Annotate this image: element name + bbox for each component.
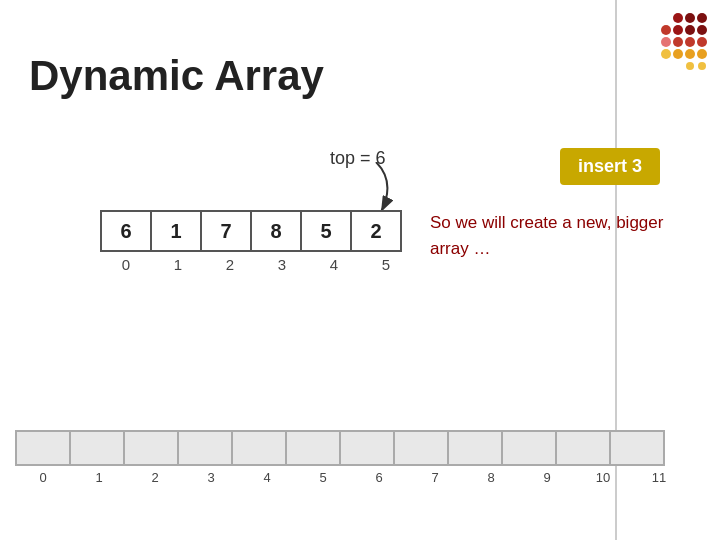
array-row: 617852	[100, 210, 400, 252]
bottom-array-index-label: 10	[575, 470, 631, 485]
svg-point-0	[685, 13, 695, 23]
bottom-array-cell	[231, 430, 287, 466]
bottom-array-index-label: 8	[463, 470, 519, 485]
svg-point-3	[697, 25, 707, 35]
array-index-label: 4	[308, 256, 360, 273]
bottom-array-cell	[123, 430, 179, 466]
dot-grid-decoration	[630, 10, 710, 90]
svg-point-15	[686, 62, 694, 70]
bottom-array-index-label: 6	[351, 470, 407, 485]
array-index-row: 012345	[100, 256, 412, 273]
bottom-array-index-label: 4	[239, 470, 295, 485]
arrow	[346, 162, 406, 217]
svg-point-14	[661, 49, 671, 59]
bottom-array-index-label: 1	[71, 470, 127, 485]
bottom-array-cell	[177, 430, 233, 466]
svg-point-7	[697, 37, 707, 47]
array-index-label: 2	[204, 256, 256, 273]
array-cell: 2	[350, 210, 402, 252]
array-cell: 8	[250, 210, 302, 252]
bottom-array-index-label: 7	[407, 470, 463, 485]
svg-point-13	[673, 49, 683, 59]
bottom-array-cell	[285, 430, 341, 466]
array-index-label: 3	[256, 256, 308, 273]
array-index-label: 0	[100, 256, 152, 273]
svg-point-9	[661, 25, 671, 35]
bottom-array-cell	[339, 430, 395, 466]
svg-point-12	[697, 49, 707, 59]
array-index-label: 1	[152, 256, 204, 273]
svg-point-5	[673, 25, 683, 35]
bottom-array-cell	[555, 430, 611, 466]
svg-point-11	[685, 49, 695, 59]
array-cell: 1	[150, 210, 202, 252]
bottom-array-index-label: 0	[15, 470, 71, 485]
svg-point-10	[661, 37, 671, 47]
bottom-array-index-label: 5	[295, 470, 351, 485]
array-cell: 7	[200, 210, 252, 252]
array-cell: 5	[300, 210, 352, 252]
bottom-array-cell	[393, 430, 449, 466]
bottom-array-cell	[609, 430, 665, 466]
bottom-array-cell	[15, 430, 71, 466]
array-cell: 6	[100, 210, 152, 252]
svg-point-8	[673, 37, 683, 47]
create-text: So we will create a new, bigger array …	[430, 210, 670, 261]
bottom-array-index-label: 11	[631, 470, 687, 485]
bottom-index-row: 01234567891011	[15, 470, 687, 485]
bottom-array-index-label: 9	[519, 470, 575, 485]
bottom-array-index-label: 2	[127, 470, 183, 485]
bottom-array-cell	[69, 430, 125, 466]
svg-point-16	[698, 62, 706, 70]
insert-button[interactable]: insert 3	[560, 148, 660, 185]
svg-point-1	[697, 13, 707, 23]
svg-point-4	[673, 13, 683, 23]
page-title: Dynamic Array	[29, 52, 324, 100]
bottom-array-row	[15, 430, 663, 466]
svg-point-2	[685, 25, 695, 35]
bottom-array-index-label: 3	[183, 470, 239, 485]
array-index-label: 5	[360, 256, 412, 273]
bottom-array-cell	[447, 430, 503, 466]
bottom-array-cell	[501, 430, 557, 466]
svg-point-6	[685, 37, 695, 47]
